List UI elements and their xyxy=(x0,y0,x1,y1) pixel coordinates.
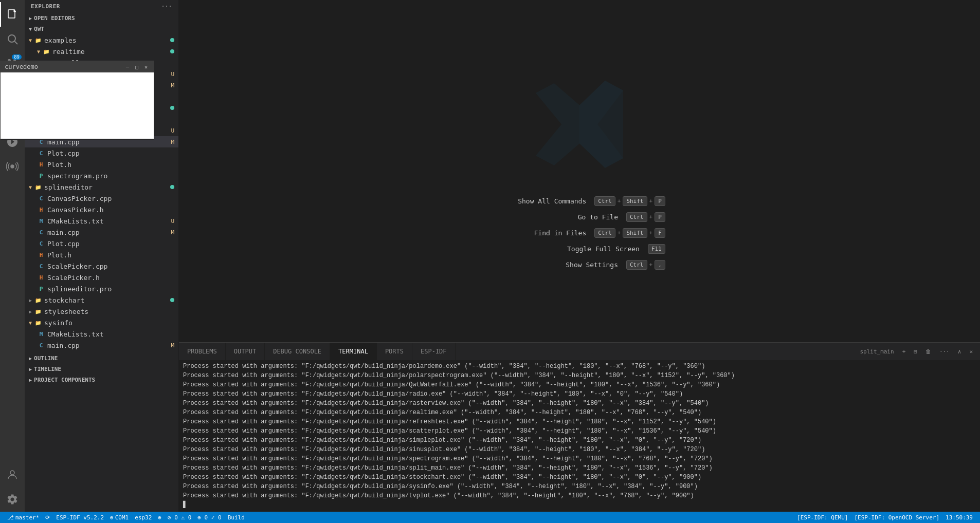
file-scalepicker-h[interactable]: H ScalePicker.h xyxy=(25,272,178,283)
activity-broadcast[interactable] xyxy=(0,154,25,179)
sidebar-more-icon[interactable]: ··· xyxy=(161,3,172,10)
folder-realtime[interactable]: ▼ 📁 realtime xyxy=(25,46,178,57)
file-plot-h-spec[interactable]: H Plot.h xyxy=(25,159,178,170)
tab-terminal[interactable]: TERMINAL xyxy=(330,343,377,360)
file-spectrogram-pro[interactable]: P spectrogram.pro xyxy=(25,170,178,181)
qwt-chevron: ▼ xyxy=(29,26,32,32)
canvaspicker-h-icon: H xyxy=(37,206,45,214)
status-espidf-version[interactable]: ESP-IDF v5.2.2 xyxy=(53,512,107,523)
canvaspicker-cpp-icon: C xyxy=(37,194,45,202)
folder-stylesheets[interactable]: ▶ 📁 stylesheets xyxy=(25,306,178,317)
folder-examples[interactable]: ▼ 📁 examples xyxy=(25,34,178,46)
status-flash[interactable]: ⊕ xyxy=(155,512,165,523)
maximize-button[interactable]: □ xyxy=(133,63,140,70)
sysinfo-chevron: ▼ xyxy=(29,320,32,326)
terminal-line: Process started with arguments: "F:/qwid… xyxy=(183,426,976,436)
welcome-area: Show All Commands Ctrl + Shift + P Go to… xyxy=(179,0,980,342)
shortcut-goto-file: Go to File Ctrl + P xyxy=(525,212,665,222)
file-main-cpp-spline[interactable]: C main.cpp M xyxy=(25,227,178,238)
status-sync[interactable]: ⟳ xyxy=(42,512,53,523)
tab-esp-idf[interactable]: ESP-IDF xyxy=(412,343,456,360)
realtime-folder-icon: 📁 xyxy=(42,47,50,55)
splineeditor-folder-icon: 📁 xyxy=(34,183,42,191)
cmake-badge-1: U xyxy=(171,71,174,78)
activity-account[interactable] xyxy=(0,462,25,487)
activity-files[interactable] xyxy=(0,2,25,27)
terminal-line: Process started with arguments: "F:/qwid… xyxy=(183,417,976,426)
file-main-cpp-sysinfo[interactable]: C main.cpp M xyxy=(25,340,178,351)
timeline-chevron: ▶ xyxy=(29,366,32,372)
terminal-content[interactable]: Process started with arguments: "F:/qwid… xyxy=(179,361,980,512)
status-qemu[interactable]: [ESP-IDF: QEMU] xyxy=(794,514,851,521)
status-openocd[interactable]: [ESP-IDF: OpenOCD Server] xyxy=(851,514,942,521)
status-git-branch[interactable]: ⎇ master* xyxy=(4,512,42,523)
svg-line-2 xyxy=(15,42,18,45)
folder-splineeditor[interactable]: ▼ 📁 splineeditor xyxy=(25,181,178,193)
status-info[interactable]: ⊕ 0 ✓ 0 xyxy=(194,512,224,523)
tab-output[interactable]: OUTPUT xyxy=(226,343,265,360)
section-qwt[interactable]: ▼ QWT xyxy=(25,24,178,34)
folder-stockchart[interactable]: ▶ 📁 stockchart xyxy=(25,294,178,306)
shortcut-keys-fullscreen: F11 xyxy=(648,244,665,254)
svg-point-7 xyxy=(11,165,14,168)
delete-terminal-button[interactable]: 🗑 xyxy=(922,347,934,356)
folder-sysinfo[interactable]: ▼ 📁 sysinfo xyxy=(25,317,178,328)
terminal-line: Process started with arguments: "F:/qwid… xyxy=(183,408,976,417)
stylesheets-chevron: ▶ xyxy=(29,309,32,314)
file-canvaspicker-h[interactable]: H CanvasPicker.h xyxy=(25,204,178,215)
section-project-components[interactable]: ▶ PROJECT COMPONENTS xyxy=(25,375,178,385)
terminal-line: Process started with arguments: "F:/qwid… xyxy=(183,482,976,491)
sidebar-title: EXPLORER xyxy=(31,3,60,10)
file-plot-h-spline[interactable]: H Plot.h xyxy=(25,249,178,260)
file-scalepicker-cpp[interactable]: C ScalePicker.cpp xyxy=(25,260,178,272)
status-errors[interactable]: ⊘ 0 ⚠ 0 xyxy=(165,512,194,523)
file-cmakelists-spline[interactable]: M CMakeLists.txt U xyxy=(25,215,178,227)
section-open-editors[interactable]: ▶ OPEN EDITORS xyxy=(25,13,178,24)
collapse-terminal-button[interactable]: ∧ xyxy=(955,347,965,356)
shortcut-grid: Show All Commands Ctrl + Shift + P Go to… xyxy=(494,196,665,270)
close-button[interactable]: ✕ xyxy=(142,63,150,70)
scalepicker-h-icon: H xyxy=(37,273,45,282)
file-canvaspicker-cpp[interactable]: C CanvasPicker.cpp xyxy=(25,193,178,204)
svg-point-8 xyxy=(10,471,14,475)
stockchart-folder-icon: 📁 xyxy=(34,296,42,304)
minimize-button[interactable]: ─ xyxy=(124,63,131,70)
stockchart-dot xyxy=(170,298,174,302)
shortcut-keys-find-files: Ctrl + Shift + F xyxy=(594,228,665,238)
section-timeline[interactable]: ▶ TIMELINE xyxy=(25,364,178,375)
file-splineeditor-pro[interactable]: P splineeditor.pro xyxy=(25,283,178,294)
terminal-line: ▋ xyxy=(183,500,976,510)
tab-problems[interactable]: PROBLEMS xyxy=(179,343,226,360)
file-plot-cpp-spec[interactable]: C Plot.cpp xyxy=(25,147,178,159)
splineeditor-chevron: ▼ xyxy=(29,184,32,190)
stockchart-chevron: ▶ xyxy=(29,297,32,303)
project-components-chevron: ▶ xyxy=(29,377,32,383)
terminal-panel: PROBLEMS OUTPUT DEBUG CONSOLE TERMINAL P… xyxy=(179,342,980,512)
plot-h-icon-spec: H xyxy=(37,160,45,169)
shortcut-keys-settings: Ctrl + , xyxy=(626,260,665,270)
section-outline[interactable]: ▶ OUTLINE xyxy=(25,353,178,364)
svg-point-1 xyxy=(8,35,15,42)
split-terminal-button[interactable]: ⊟ xyxy=(911,347,920,356)
more-terminal-button[interactable]: ··· xyxy=(936,347,953,356)
terminal-line: Process started with arguments: "F:/qwid… xyxy=(183,399,976,408)
floating-window-title[interactable]: curvedemo ─ □ ✕ xyxy=(1,61,154,72)
shortcut-all-commands: Show All Commands Ctrl + Shift + P xyxy=(494,196,665,206)
terminal-line: Process started with arguments: "F:/qwid… xyxy=(183,463,976,473)
file-cmakelists-sysinfo[interactable]: M CMakeLists.txt xyxy=(25,328,178,340)
window-controls: ─ □ ✕ xyxy=(124,63,150,70)
splineeditor-dot xyxy=(170,185,174,189)
status-build[interactable]: Build xyxy=(225,512,248,523)
split-main-label: split_main xyxy=(857,347,897,356)
add-terminal-button[interactable]: + xyxy=(899,347,909,356)
plot-cpp-icon-spec: C xyxy=(37,149,45,157)
status-target[interactable]: esp32 xyxy=(132,512,155,523)
status-port[interactable]: ⊕ COM1 xyxy=(107,512,132,523)
activity-settings[interactable] xyxy=(0,487,25,512)
file-plot-cpp-spline[interactable]: C Plot.cpp xyxy=(25,238,178,249)
tab-debug-console[interactable]: DEBUG CONSOLE xyxy=(265,343,330,360)
tab-ports[interactable]: PORTS xyxy=(377,343,412,360)
terminal-line: Process started with arguments: "F:/qwid… xyxy=(183,445,976,454)
close-terminal-button[interactable]: ✕ xyxy=(966,347,976,356)
activity-search[interactable] xyxy=(0,27,25,51)
